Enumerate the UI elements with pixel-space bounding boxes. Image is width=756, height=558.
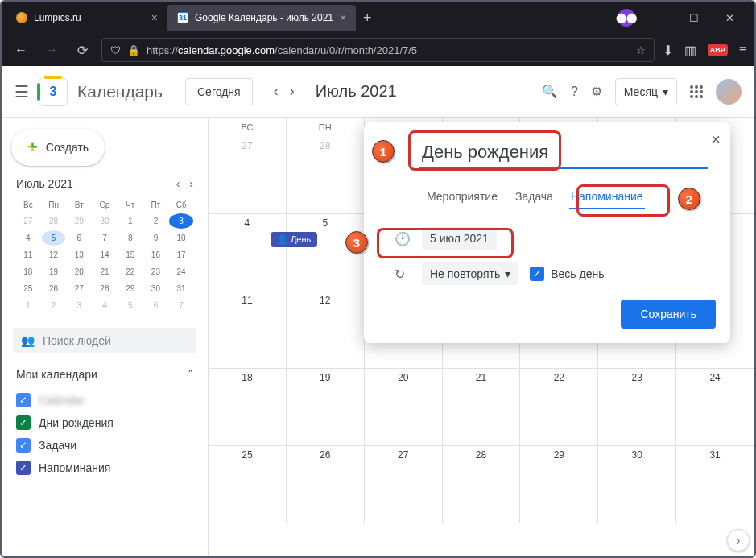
calendar-cell[interactable]: 28 <box>287 137 365 214</box>
mini-day[interactable]: 2 <box>144 213 168 229</box>
mini-day[interactable]: 13 <box>67 247 91 262</box>
tab-gcal[interactable]: 31 Google Календарь - июль 2021 × <box>167 5 356 31</box>
mini-day[interactable]: 27 <box>16 213 40 229</box>
calendar-cell[interactable]: 22 <box>520 369 598 446</box>
mini-prev-icon[interactable]: ‹ <box>176 177 180 190</box>
calendar-cell[interactable]: 29 <box>520 446 598 523</box>
mini-day[interactable]: 1 <box>118 213 143 229</box>
mini-day[interactable]: 5 <box>42 230 66 246</box>
calendar-item[interactable]: ✓Calendar <box>16 389 193 411</box>
mini-day[interactable]: 17 <box>169 247 193 262</box>
calendar-cell[interactable]: 4 <box>209 214 287 291</box>
abp-icon[interactable]: ABP <box>708 44 728 56</box>
calendar-cell[interactable]: 27 <box>209 137 287 214</box>
hamburger-icon[interactable]: ☰ <box>14 82 29 101</box>
calendar-cell[interactable]: 18 <box>209 369 287 446</box>
tab-close-icon[interactable]: × <box>151 11 158 24</box>
mini-day[interactable]: 29 <box>67 213 91 229</box>
calendar-cell[interactable]: 12 <box>287 291 365 369</box>
event-chip[interactable]: 👤 День <box>271 232 317 247</box>
mini-day[interactable]: 21 <box>93 264 117 279</box>
tab-close-icon[interactable]: × <box>340 11 346 24</box>
mini-day[interactable]: 20 <box>67 264 91 279</box>
mini-day[interactable]: 3 <box>169 213 193 229</box>
mini-day[interactable]: 6 <box>144 298 168 313</box>
tab-reminder[interactable]: Напоминание <box>569 185 645 209</box>
calendar-cell[interactable]: 11 <box>209 291 287 369</box>
mini-day[interactable]: 19 <box>42 264 66 279</box>
help-icon[interactable]: ? <box>571 85 578 99</box>
mini-day[interactable]: 30 <box>93 213 117 229</box>
mini-day[interactable]: 28 <box>42 213 66 229</box>
date-picker[interactable]: 5 июл 2021 <box>422 227 497 250</box>
mini-day[interactable]: 11 <box>16 247 40 262</box>
expand-sidepanel-button[interactable]: › <box>727 529 750 552</box>
mini-next-icon[interactable]: › <box>189 177 193 190</box>
mini-day[interactable]: 14 <box>93 247 117 262</box>
mini-day[interactable]: 7 <box>169 298 193 313</box>
mini-day[interactable]: 24 <box>169 264 193 279</box>
view-select[interactable]: Месяц▾ <box>615 78 677 105</box>
prev-month-icon[interactable]: ‹ <box>271 80 282 103</box>
mini-day[interactable]: 26 <box>42 281 66 296</box>
calendar-cell[interactable]: 30 <box>598 446 676 523</box>
calendar-cell[interactable]: 21 <box>443 369 521 446</box>
save-button[interactable]: Сохранить <box>621 300 716 329</box>
calendar-cell[interactable]: 19 <box>287 369 365 446</box>
calendar-cell[interactable]: 25 <box>209 446 287 523</box>
calendar-item[interactable]: ✓Напоминания <box>16 457 193 479</box>
apps-grid-icon[interactable] <box>690 85 703 98</box>
bookmark-icon[interactable]: ☆ <box>636 44 646 56</box>
mini-day[interactable]: 25 <box>16 281 40 296</box>
calendar-item[interactable]: ✓Задачи <box>16 434 193 457</box>
mini-day[interactable]: 9 <box>144 230 168 246</box>
next-month-icon[interactable]: › <box>287 80 298 103</box>
mini-day[interactable]: 6 <box>67 230 91 246</box>
new-tab-button[interactable]: + <box>356 10 378 27</box>
allday-checkbox[interactable]: ✓ Весь день <box>530 267 604 281</box>
calendar-cell[interactable]: 24 <box>676 369 754 446</box>
calendar-item[interactable]: ✓Дни рождения <box>16 411 193 434</box>
mini-day[interactable]: 28 <box>93 281 117 296</box>
mini-day[interactable]: 7 <box>93 230 117 246</box>
mini-day[interactable]: 1 <box>16 298 40 313</box>
close-window-button[interactable]: ✕ <box>717 12 742 24</box>
menu-icon[interactable]: ≡ <box>739 43 746 57</box>
avatar[interactable] <box>716 79 742 105</box>
calendar-cell[interactable]: 28 <box>443 446 521 523</box>
mini-day[interactable]: 12 <box>42 247 66 262</box>
tab-lumpics[interactable]: Lumpics.ru × <box>6 5 167 31</box>
create-button[interactable]: + Создать <box>11 129 105 166</box>
chevron-up-icon[interactable]: ˄ <box>188 368 193 381</box>
mini-day[interactable]: 15 <box>118 247 143 262</box>
tab-event[interactable]: Мероприятие <box>425 185 499 209</box>
mini-day[interactable]: 29 <box>118 281 143 296</box>
mini-day[interactable]: 16 <box>144 247 168 262</box>
url-input[interactable]: 🛡 🔒 https://calendar.google.com/calendar… <box>101 38 655 62</box>
mini-day[interactable]: 3 <box>67 298 91 313</box>
search-people-input[interactable]: 👥 Поиск людей <box>13 328 196 353</box>
mini-day[interactable]: 22 <box>118 264 143 279</box>
calendar-cell[interactable]: 31 <box>676 446 754 523</box>
mini-day[interactable]: 27 <box>67 281 91 296</box>
mini-day[interactable]: 30 <box>144 281 168 296</box>
mini-day[interactable]: 18 <box>16 264 40 279</box>
reload-button[interactable]: ⟳ <box>71 39 93 61</box>
mini-day[interactable]: 5 <box>118 298 143 313</box>
search-icon[interactable]: 🔍 <box>542 84 558 99</box>
tab-task[interactable]: Задача <box>514 185 555 209</box>
today-button[interactable]: Сегодня <box>185 78 253 105</box>
calendar-cell[interactable]: 26 <box>287 446 365 523</box>
mini-day[interactable]: 4 <box>93 298 117 313</box>
popup-close-icon[interactable]: × <box>711 130 721 149</box>
calendar-cell[interactable]: 20 <box>365 369 443 446</box>
library-icon[interactable]: ▥ <box>684 43 696 58</box>
minimize-button[interactable]: — <box>647 12 671 24</box>
settings-icon[interactable]: ⚙ <box>591 84 602 99</box>
download-icon[interactable]: ⬇ <box>663 43 673 58</box>
event-title-input[interactable] <box>419 137 708 169</box>
mini-day[interactable]: 10 <box>169 230 193 246</box>
mini-day[interactable]: 23 <box>144 264 168 279</box>
forward-button[interactable]: → <box>40 39 63 61</box>
mini-day[interactable]: 8 <box>118 230 143 246</box>
